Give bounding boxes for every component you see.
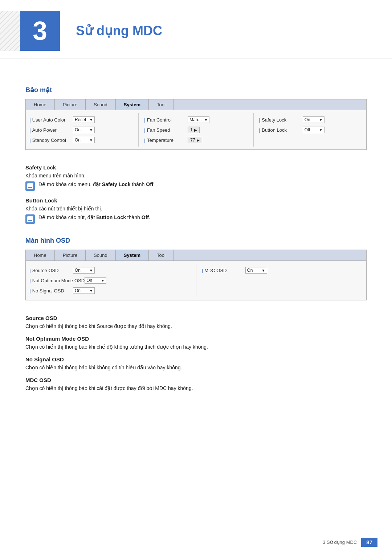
body-mdc-osd: Chọn có hiển thị thông báo khi cài đặt đ… [25,385,367,391]
label-source-osd: Source OSD [29,268,73,273]
tab-sound-1[interactable]: Sound [86,99,116,110]
section-title-osd: Màn hình OSD [25,237,367,245]
note-safety-lock: Để mở khóa các menu, đặt Safety Lock thà… [25,181,367,191]
select-not-optimum-osd[interactable]: On ▼ [85,277,106,284]
label-mdc-osd: MDC OSD [202,268,245,273]
tab-home-1[interactable]: Home [26,99,55,110]
body-not-optimum: Chọn có hiển thị thông báo khi chế độ kh… [25,344,367,350]
label-fan-control: Fan Control [144,117,188,123]
label-no-signal-osd: No Signal OSD [29,288,73,294]
body-button-lock: Khóa các nút trên thiết bị hiển thị. [25,206,367,212]
row-source-osd: Source OSD On ▼ [29,265,191,275]
tab-tool-1[interactable]: Tool [149,99,174,110]
bao-mat-col-3: Safety Lock On ▼ Button Lock Off ▼ [256,113,366,147]
tab-tool-2[interactable]: Tool [149,250,174,260]
row-standby-control: Standby Control On ▼ [29,135,133,145]
tab-picture-1[interactable]: Picture [55,99,86,110]
sub-heading-button-lock: Button Lock [25,197,367,204]
row-fan-speed: Fan Speed 1 ▶ [144,125,248,135]
tab-system-2[interactable]: System [116,250,149,260]
sub-heading-no-signal: No Signal OSD [25,356,367,362]
tab-sound-2[interactable]: Sound [86,250,116,260]
body-source-osd: Chọn có hiển thị thông báo khi Source đư… [25,323,367,329]
sub-heading-not-optimum: Not Optimum Mode OSD [25,336,367,342]
page-footer: 3 Sử dụng MDC 87 [0,533,392,547]
body-safety-lock: Khóa menu trên màn hình. [25,173,367,178]
footer-text: 3 Sử dụng MDC [323,539,357,545]
select-standby-control[interactable]: On ▼ [73,137,95,143]
row-auto-power: Auto Power On ▼ [29,125,133,135]
label-user-auto-color: User Auto Color [29,117,73,123]
nav-fan-speed[interactable]: 1 ▶ [188,127,200,133]
label-fan-speed: Fan Speed [144,127,188,133]
sub-heading-safety-lock: Safety Lock [25,164,367,171]
osd-tabs: Home Picture Sound System Tool [26,250,366,261]
select-source-osd[interactable]: On ▼ [73,267,95,274]
divider-2 [253,113,254,147]
tab-home-2[interactable]: Home [26,250,55,260]
chapter-number-wrapper: 3 [0,11,67,51]
bao-mat-col-2: Fan Control Man... ▼ Fan Speed 1 ▶ Tempe… [140,113,251,147]
select-user-auto-color[interactable]: Reset ▼ [73,116,95,123]
select-no-signal-osd[interactable]: On ▼ [73,287,95,294]
note-text-button-lock: Để mở khóa các nút, đặt Button Lock thàn… [38,214,150,220]
label-auto-power: Auto Power [29,127,73,133]
tab-system-1[interactable]: System [116,99,149,110]
diagonal-decoration [0,11,20,51]
label-button-lock: Button Lock [259,127,303,133]
main-content: Bảo mật Home Picture Sound System Tool U… [0,58,392,416]
row-fan-control: Fan Control Man... ▼ [144,115,248,125]
chapter-title: Sử dụng MDC [76,23,162,38]
note-button-lock: Để mở khóa các nút, đặt Button Lock thàn… [25,214,367,224]
row-safety-lock: Safety Lock On ▼ [259,115,363,125]
sub-heading-mdc-osd: MDC OSD [25,377,367,383]
bao-mat-body: User Auto Color Reset ▼ Auto Power On ▼ … [26,110,366,149]
select-safety-lock[interactable]: On ▼ [303,116,324,123]
row-temperature: Temperature 77 ▶ [144,135,248,145]
select-auto-power[interactable]: On ▼ [73,127,95,133]
chapter-header: 3 Sử dụng MDC [0,0,392,58]
label-temperature: Temperature [144,138,188,143]
body-no-signal: Chọn có hiển thị thông báo khi không có … [25,365,367,370]
bao-mat-panel: Home Picture Sound System Tool User Auto… [25,99,367,150]
row-button-lock: Button Lock Off ▼ [259,125,363,135]
note-icon-inner-button-lock [27,216,33,222]
osd-col-1: Source OSD On ▼ Not Optimum Mode OSD On … [26,264,194,297]
osd-panel: Home Picture Sound System Tool Source OS… [25,250,367,300]
label-standby-control: Standby Control [29,138,73,143]
note-icon-button-lock [25,214,35,224]
select-mdc-osd[interactable]: On ▼ [245,267,267,274]
chapter-number-box: 3 [20,11,60,51]
section-title-bao-mat: Bảo mật [25,86,367,94]
bao-mat-col-1: User Auto Color Reset ▼ Auto Power On ▼ … [26,113,136,147]
footer-page: 87 [361,538,377,547]
row-no-signal-osd: No Signal OSD On ▼ [29,286,191,296]
osd-body: Source OSD On ▼ Not Optimum Mode OSD On … [26,261,366,300]
label-not-optimum-osd: Not Optimum Mode OSD [29,278,85,283]
row-user-auto-color: User Auto Color Reset ▼ [29,115,133,125]
nav-temperature[interactable]: 77 ▶ [188,137,202,143]
chapter-number: 3 [33,18,47,44]
divider-1 [138,113,139,147]
divider-osd [196,264,196,297]
label-safety-lock: Safety Lock [259,117,303,123]
row-not-optimum-osd: Not Optimum Mode OSD On ▼ [29,275,191,286]
note-text-safety-lock: Để mở khóa các menu, đặt Safety Lock thà… [38,181,155,187]
note-icon-safety-lock [25,181,35,191]
select-fan-control[interactable]: Man... ▼ [188,116,209,123]
note-icon-inner-safety-lock [27,183,33,189]
select-button-lock[interactable]: Off ▼ [303,127,324,133]
sub-heading-source-osd: Source OSD [25,315,367,321]
bao-mat-tabs: Home Picture Sound System Tool [26,99,366,110]
tab-picture-2[interactable]: Picture [55,250,86,260]
row-mdc-osd: MDC OSD On ▼ [202,265,363,275]
osd-col-2: MDC OSD On ▼ [198,264,367,297]
